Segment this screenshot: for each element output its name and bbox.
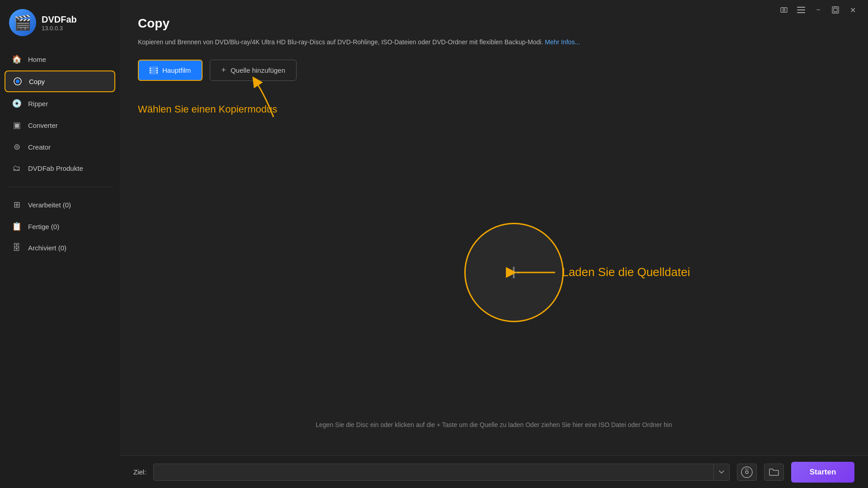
ziel-dropdown-button[interactable] — [713, 464, 730, 481]
sidebar-item-converter-label: Converter — [28, 122, 58, 129]
ripper-icon: 💿 — [12, 99, 22, 108]
svg-point-3 — [783, 9, 785, 11]
iso-button[interactable]: ISO — [737, 464, 757, 481]
copy-icon — [13, 77, 23, 86]
hauptfilm-button[interactable]: Hauptfilm — [138, 60, 203, 81]
plus-icon: + — [221, 66, 226, 75]
drop-area[interactable]: Wählen Sie einen Kopiermodus + — [138, 99, 850, 455]
svg-rect-16 — [156, 72, 158, 73]
svg-rect-13 — [150, 72, 151, 73]
svg-rect-10 — [151, 68, 157, 73]
svg-point-18 — [745, 471, 748, 474]
svg-rect-5 — [797, 9, 805, 10]
folder-button[interactable] — [764, 464, 784, 481]
arrow-to-label — [512, 263, 557, 282]
logo-area: 🎬 DVDFab 13.0.0.3 — [0, 0, 120, 45]
svg-rect-7 — [832, 7, 839, 13]
folder-icon — [769, 468, 779, 476]
sidebar-item-fertige[interactable]: 📋 Fertige (0) — [5, 216, 115, 237]
sidebar-item-creator-label: Creator — [28, 143, 51, 151]
footer-bar: Ziel: ISO S — [120, 455, 868, 488]
menu-button[interactable] — [797, 5, 806, 14]
minimize-button[interactable]: − — [814, 5, 823, 14]
sidebar-item-verarbeitet-label: Verarbeitet (0) — [28, 201, 71, 209]
sidebar-item-label: Home — [28, 56, 46, 63]
sidebar-divider — [7, 187, 113, 187]
maximize-button[interactable] — [831, 5, 840, 14]
svg-rect-11 — [150, 68, 151, 69]
sidebar: 🎬 DVDFab 13.0.0.3 🏠 Home Copy — [0, 0, 120, 488]
svg-rect-15 — [156, 70, 158, 71]
snapshot-button[interactable] — [779, 5, 788, 14]
load-label-area: Laden Sie die Quelldatei — [512, 263, 690, 282]
main-content: − ✕ Copy Kopieren und Brennen von DVD/Bl… — [120, 0, 868, 488]
sidebar-item-copy[interactable]: Copy — [5, 70, 115, 92]
sidebar-item-dvdfab-produkte[interactable]: 🗂 DVDFab Produkte — [5, 158, 115, 178]
svg-text:ISO: ISO — [745, 468, 749, 470]
svg-rect-6 — [797, 12, 805, 13]
svg-rect-12 — [150, 70, 151, 71]
ziel-path[interactable] — [153, 464, 714, 481]
mehr-infos-link[interactable]: Mehr Infos... — [545, 38, 580, 46]
quelldatei-text: Laden Sie die Quelldatei — [562, 265, 690, 279]
logo-title: DVDFab — [42, 14, 77, 25]
fertige-icon: 📋 — [12, 221, 22, 231]
svg-rect-4 — [797, 7, 805, 8]
bottom-hint: Legen Sie die Disc ein oder klicken auf … — [316, 421, 672, 428]
verarbeitet-icon: ⊞ — [12, 200, 22, 210]
sidebar-nav: 🏠 Home Copy 💿 Ripper ▣ Converter — [0, 49, 120, 179]
sidebar-item-ripper-label: Ripper — [28, 100, 48, 108]
sidebar-item-home[interactable]: 🏠 Home — [5, 49, 115, 70]
sidebar-item-dvdfab-label: DVDFab Produkte — [28, 164, 83, 172]
sidebar-item-archiviert-label: Archiviert (0) — [28, 244, 66, 252]
logo-icon: 🎬 — [9, 9, 36, 36]
logo-version: 13.0.0.3 — [42, 25, 77, 32]
svg-rect-2 — [781, 8, 787, 12]
sidebar-item-converter[interactable]: ▣ Converter — [5, 115, 115, 136]
sidebar-item-ripper[interactable]: 💿 Ripper — [5, 93, 115, 114]
arrow-to-toolbar — [246, 76, 301, 122]
titlebar: − ✕ — [779, 0, 868, 20]
iso-icon: ISO — [741, 466, 753, 479]
archiviert-icon: 🗄 — [12, 243, 22, 253]
drop-circle-container: + Laden Sie die Quelldatei — [464, 223, 564, 322]
converter-icon: ▣ — [12, 120, 22, 130]
svg-rect-14 — [156, 68, 158, 69]
hauptfilm-icon — [150, 67, 158, 74]
sidebar-item-archiviert[interactable]: 🗄 Archiviert (0) — [5, 238, 115, 258]
content-area: Copy Kopieren und Brennen von DVD/Blu-ra… — [120, 0, 868, 455]
logo-text: DVDFab 13.0.0.3 — [42, 14, 77, 32]
ziel-label: Ziel: — [133, 468, 146, 476]
dvdfab-produkte-icon: 🗂 — [12, 164, 22, 173]
toolbar: Hauptfilm + Quelle hinzufügen — [138, 60, 850, 81]
svg-rect-8 — [834, 8, 837, 12]
sidebar-item-fertige-label: Fertige (0) — [28, 223, 59, 230]
home-icon: 🏠 — [12, 54, 22, 64]
sidebar-item-verarbeitet[interactable]: ⊞ Verarbeitet (0) — [5, 194, 115, 215]
sidebar-item-copy-label: Copy — [29, 78, 45, 85]
starten-button[interactable]: Starten — [791, 462, 854, 483]
sidebar-bottom: ⊞ Verarbeitet (0) 📋 Fertige (0) 🗄 Archiv… — [0, 194, 120, 259]
page-description: Kopieren und Brennen von DVD/Blu-ray/4K … — [138, 37, 850, 47]
creator-icon: ⊚ — [12, 142, 22, 152]
close-button[interactable]: ✕ — [848, 5, 857, 14]
page-title: Copy — [138, 16, 850, 31]
svg-point-1 — [16, 80, 19, 83]
sidebar-item-creator[interactable]: ⊚ Creator — [5, 136, 115, 157]
